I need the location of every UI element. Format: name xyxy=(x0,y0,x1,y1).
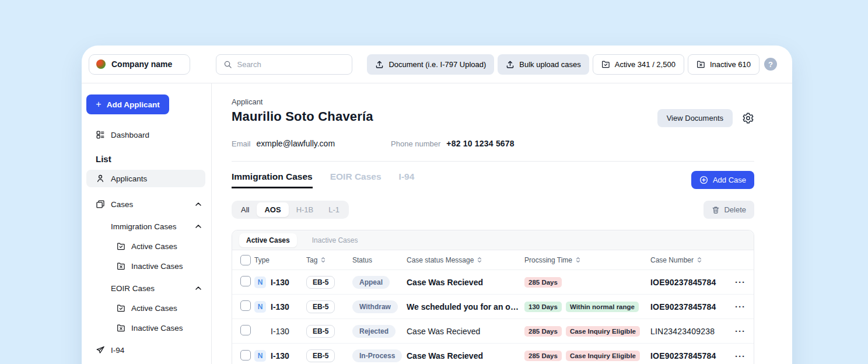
list-heading: List xyxy=(86,154,205,164)
cases-table: Active Cases Inactive Cases Type Tag Sta… xyxy=(232,230,754,364)
row-checkbox[interactable] xyxy=(240,300,251,311)
search-box[interactable] xyxy=(216,54,352,75)
tab-inactive-cases[interactable]: Inactive Cases xyxy=(305,233,365,247)
sidebar-item-dashboard[interactable]: Dashboard xyxy=(86,126,205,144)
sidebar-item-immigration-inactive-cases[interactable]: Inactive Cases xyxy=(86,257,205,275)
search-input[interactable] xyxy=(237,60,345,69)
help-icon[interactable]: ? xyxy=(764,58,777,71)
column-processing-time[interactable]: Procssing Time xyxy=(524,256,650,264)
processing-note-badge: Within normal range xyxy=(566,302,639,312)
document-upload-button[interactable]: Document (i.e. I-797 Upload) xyxy=(367,54,494,75)
row-menu-button[interactable]: ··· xyxy=(735,351,746,361)
case-list-tabs: Active Cases Inactive Cases xyxy=(232,230,754,250)
applicant-section-label: Applicant xyxy=(232,97,754,106)
view-documents-button[interactable]: View Documents xyxy=(657,109,733,127)
sidebar-item-eoir-inactive-cases[interactable]: Inactive Cases xyxy=(86,319,205,337)
dashboard-icon xyxy=(96,130,105,139)
sort-icon[interactable] xyxy=(477,257,482,263)
tab-eoir-cases[interactable]: EOIR Cases xyxy=(330,172,382,188)
upload-icon xyxy=(375,60,384,69)
sort-icon[interactable] xyxy=(575,257,581,263)
chevron-up-icon[interactable] xyxy=(195,202,202,206)
processing-time-badge: 130 Days xyxy=(524,302,562,312)
tag-pill: EB-5 xyxy=(306,349,335,362)
table-row[interactable]: N I-130 EB-5 In-Process Case Was Recieve… xyxy=(232,344,754,364)
case-number: IOE90237845784 xyxy=(650,278,735,287)
status-badge: In-Process xyxy=(352,349,402,362)
processing-time-badge: 285 Days xyxy=(524,277,562,288)
row-checkbox[interactable] xyxy=(240,325,251,335)
tab-i94[interactable]: I-94 xyxy=(399,172,415,188)
case-type: I-130 xyxy=(271,302,289,312)
filter-h1b[interactable]: H-1B xyxy=(289,202,321,217)
sidebar-item-eoir-cases[interactable]: EOIR Cases xyxy=(86,279,205,297)
add-case-button[interactable]: Add Case xyxy=(691,171,754,189)
delete-button[interactable]: Delete xyxy=(704,201,754,219)
tag-pill: EB-5 xyxy=(306,300,335,313)
new-badge: N xyxy=(254,301,266,313)
sidebar-item-applicants[interactable]: Applicants xyxy=(86,170,205,187)
phone-label: Phone number xyxy=(391,139,440,148)
sidebar-item-immigration-cases[interactable]: Immigration Cases xyxy=(86,218,205,235)
row-menu-button[interactable]: ··· xyxy=(735,277,746,287)
add-applicant-button[interactable]: + Add Applicant xyxy=(86,94,169,114)
chevron-up-icon[interactable] xyxy=(195,224,202,229)
tag-pill: EB-5 xyxy=(306,325,335,338)
upload-icon xyxy=(506,60,514,69)
case-type: I-130 xyxy=(271,278,289,287)
table-row[interactable]: N I-130 EB-5 Withdraw We scheduled you f… xyxy=(232,295,754,319)
tab-active-cases[interactable]: Active Cases xyxy=(239,233,297,247)
tab-immigration-cases[interactable]: Immigration Cases xyxy=(232,172,313,188)
applicant-name: Maurilio Soto Chavería xyxy=(232,109,373,124)
case-status-message: We scheduled you for an oath… xyxy=(407,302,524,312)
plus-icon: + xyxy=(96,100,101,109)
row-checkbox[interactable] xyxy=(240,350,251,360)
gear-icon[interactable] xyxy=(742,112,754,124)
sidebar-item-eoir-active-cases[interactable]: Active Cases xyxy=(86,299,205,317)
case-type: I-130 xyxy=(271,351,289,360)
filter-aos[interactable]: AOS xyxy=(257,202,288,217)
new-badge: N xyxy=(254,350,266,362)
status-badge: Withdraw xyxy=(352,300,398,313)
circle-plus-icon xyxy=(699,176,708,184)
company-selector[interactable]: Company name xyxy=(89,54,190,75)
column-tag[interactable]: Tag xyxy=(306,256,352,264)
column-status: Status xyxy=(352,256,407,264)
column-case-number[interactable]: Case Number xyxy=(650,256,735,264)
table-row[interactable]: N I-130 EB-5 Appeal Case Was Recieved 28… xyxy=(232,270,754,295)
company-logo xyxy=(96,60,106,69)
folder-x-icon xyxy=(696,60,705,69)
active-cases-counter-button[interactable]: Active 341 / 2,500 xyxy=(593,54,684,75)
sort-icon[interactable] xyxy=(696,257,702,263)
new-badge: N xyxy=(254,276,266,288)
app-window: Company name Document (i.e. I-797 Upload… xyxy=(82,46,792,364)
status-badge: Rejected xyxy=(352,325,396,338)
tag-pill: EB-5 xyxy=(306,276,335,289)
bulk-upload-button[interactable]: Bulk upload cases xyxy=(498,54,589,75)
table-row[interactable]: I-130 EB-5 Rejected Case Was Recieved 28… xyxy=(232,319,754,344)
sidebar-item-i94[interactable]: I-94 xyxy=(86,341,205,359)
row-menu-button[interactable]: ··· xyxy=(735,302,746,312)
case-type: I-130 xyxy=(271,327,289,336)
case-type-filter: All AOS H-1B L-1 xyxy=(232,201,349,219)
row-checkbox[interactable] xyxy=(240,276,251,286)
select-all-checkbox[interactable] xyxy=(240,255,251,265)
processing-note-badge: Case Inquiry Eligible xyxy=(566,326,640,337)
sidebar-item-immigration-active-cases[interactable]: Active Cases xyxy=(86,237,205,255)
email-label: Email xyxy=(232,139,251,148)
email-value: exmple@lawfully.com xyxy=(257,139,335,148)
filter-all[interactable]: All xyxy=(233,202,257,217)
top-bar: Company name Document (i.e. I-797 Upload… xyxy=(82,46,792,83)
table-body: N I-130 EB-5 Appeal Case Was Recieved 28… xyxy=(232,270,754,364)
processing-time-badge: 285 Days xyxy=(524,351,562,361)
sidebar-item-cases[interactable]: Cases xyxy=(86,195,205,213)
row-menu-button[interactable]: ··· xyxy=(735,326,746,336)
sort-icon[interactable] xyxy=(320,257,326,263)
folder-check-icon xyxy=(117,242,125,251)
case-number: IOE90237845784 xyxy=(650,302,735,312)
column-case-status-message[interactable]: Case status Message xyxy=(407,256,524,264)
inactive-cases-counter-button[interactable]: Inactive 610 xyxy=(688,54,760,75)
filter-l1[interactable]: L-1 xyxy=(321,202,347,217)
chevron-up-icon[interactable] xyxy=(195,286,202,290)
folder-check-icon xyxy=(117,304,125,313)
